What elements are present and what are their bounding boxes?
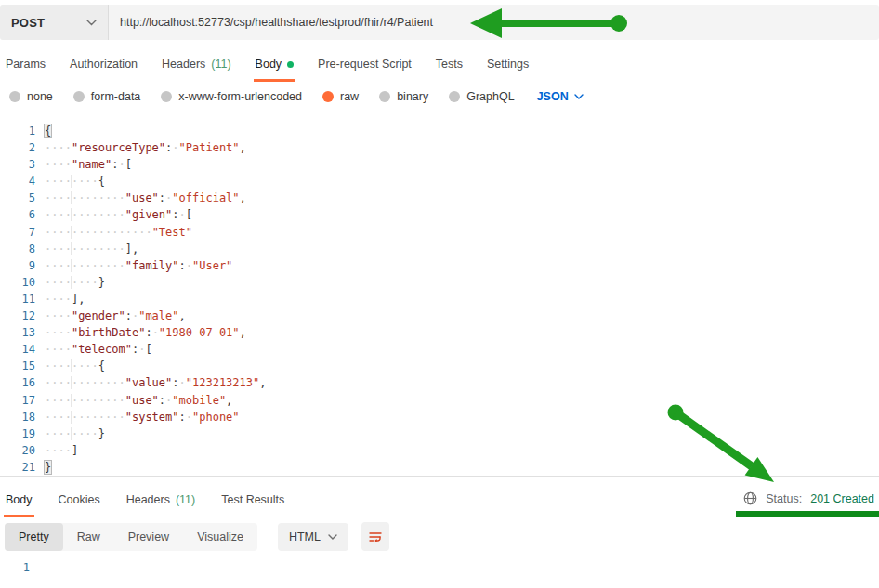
- view-pretty[interactable]: Pretty: [5, 523, 63, 551]
- line-number: 16: [0, 374, 35, 391]
- globe-icon: [743, 491, 757, 505]
- request-tab-settings[interactable]: Settings: [485, 51, 531, 82]
- code-text: ············],: [45, 241, 138, 257]
- code-text: ········{: [45, 358, 105, 374]
- format-select[interactable]: HTML: [278, 523, 348, 551]
- body-mode-label: x-www-form-urlencoded: [178, 90, 302, 103]
- line-number: 8: [0, 241, 35, 257]
- code-line: 12····"gender":·"male",: [0, 307, 879, 324]
- request-tab-pre-request-script[interactable]: Pre-request Script: [316, 51, 413, 82]
- response-tab-body[interactable]: Body: [4, 487, 34, 517]
- response-status: Status:201 Created: [743, 491, 874, 505]
- response-tab-headers[interactable]: Headers(11): [125, 487, 198, 517]
- response-body[interactable]: 1: [0, 554, 879, 574]
- url-bar: POST http://localhost:52773/csp/healthsh…: [0, 5, 879, 40]
- chevron-down-icon: [328, 534, 337, 540]
- code-text: ············"system":·"phone": [45, 409, 240, 425]
- line-number: 14: [0, 341, 35, 358]
- radio-icon: [161, 91, 172, 102]
- line-number: 7: [0, 224, 35, 241]
- line-number: 1: [0, 123, 35, 139]
- method-label: POST: [11, 16, 45, 30]
- code-text: ············"value":·"123213213",: [45, 374, 266, 391]
- method-select[interactable]: POST: [0, 5, 109, 40]
- tab-label: Settings: [487, 58, 529, 71]
- line-number: 2: [0, 139, 35, 156]
- code-line: 10········}: [0, 274, 879, 291]
- view-raw[interactable]: Raw: [63, 523, 114, 551]
- response-tab-test-results[interactable]: Test Results: [219, 487, 286, 517]
- request-tab-params[interactable]: Params: [4, 51, 47, 82]
- tab-label: Pre-request Script: [318, 58, 412, 71]
- response-tab-cookies[interactable]: Cookies: [57, 487, 102, 517]
- code-line: 16············"value":·"123213213",: [0, 374, 879, 391]
- line-number: 10: [0, 274, 35, 291]
- code-text: ············"use":·"official",: [45, 189, 246, 206]
- code-line: 14····"telecom":·[: [0, 341, 879, 358]
- code-line: 7················"Test": [0, 224, 879, 241]
- request-body-editor[interactable]: 1{2····"resourceType":·"Patient",3····"n…: [0, 119, 879, 477]
- code-line: 8············],: [0, 241, 879, 257]
- body-mode-radios: noneform-datax-www-form-urlencodedrawbin…: [9, 90, 515, 103]
- body-mode-graphql[interactable]: GraphQL: [449, 90, 514, 103]
- line-number: 3: [0, 156, 35, 173]
- request-tab-tests[interactable]: Tests: [434, 51, 465, 82]
- chevron-down-icon: [86, 20, 97, 26]
- body-mode-options: noneform-datax-www-form-urlencodedrawbin…: [9, 90, 584, 103]
- response-toolbar: PrettyRawPreviewVisualize HTML: [5, 522, 389, 551]
- code-lines: 1{2····"resourceType":·"Patient",3····"n…: [0, 123, 879, 476]
- body-mode-label: raw: [340, 90, 359, 103]
- body-mode-label: GraphQL: [466, 90, 514, 103]
- code-line: 5············"use":·"official",: [0, 189, 879, 206]
- view-preview[interactable]: Preview: [114, 523, 183, 551]
- code-line: 3····"name":·[: [0, 156, 879, 173]
- request-tab-headers[interactable]: Headers(11): [160, 51, 233, 82]
- response-line-number: 1: [0, 561, 30, 574]
- body-mode-binary[interactable]: binary: [379, 90, 428, 103]
- response-view-switcher: PrettyRawPreviewVisualize: [5, 523, 257, 551]
- response-header: BodyCookiesHeaders(11)Test Results Statu…: [4, 487, 875, 517]
- body-mode-x-www-form-urlencoded[interactable]: x-www-form-urlencoded: [161, 90, 302, 103]
- radio-icon: [449, 91, 460, 102]
- unsaved-changes-dot-icon: [287, 61, 294, 68]
- code-line: 15········{: [0, 358, 879, 374]
- code-line: 13····"birthDate":·"1980-07-01",: [0, 324, 879, 341]
- tab-label: Cookies: [59, 493, 100, 506]
- status-label: Status:: [766, 492, 802, 505]
- code-line: 9············"family":·"User": [0, 257, 879, 274]
- language-select[interactable]: JSON: [537, 90, 584, 103]
- line-number: 19: [0, 425, 35, 442]
- url-input[interactable]: http://localhost:52773/csp/healthshare/t…: [109, 5, 879, 40]
- code-text: ····"gender":·"male",: [45, 307, 186, 324]
- code-line: 19········}: [0, 425, 879, 442]
- view-visualize[interactable]: Visualize: [183, 523, 257, 551]
- code-line: 18············"system":·"phone": [0, 409, 879, 425]
- line-number: 6: [0, 206, 35, 223]
- body-mode-label: form-data: [91, 90, 141, 103]
- body-mode-raw[interactable]: raw: [322, 90, 359, 103]
- request-tabs: ParamsAuthorizationHeaders(11)BodyPre-re…: [4, 51, 531, 82]
- code-text: ····"birthDate":·"1980-07-01",: [45, 324, 246, 341]
- body-mode-form-data[interactable]: form-data: [73, 90, 141, 103]
- wrap-lines-button[interactable]: [361, 522, 389, 551]
- request-tab-body[interactable]: Body: [254, 51, 296, 82]
- radio-icon: [322, 91, 334, 102]
- url-text: http://localhost:52773/csp/healthshare/t…: [120, 16, 433, 29]
- code-text: ····"telecom":·[: [45, 341, 152, 358]
- tab-count-badge: (11): [176, 493, 195, 506]
- tab-label: Headers: [162, 58, 205, 71]
- code-text: ········{: [45, 173, 105, 189]
- code-text: ········}: [45, 274, 105, 291]
- line-number: 18: [0, 409, 35, 425]
- request-tab-authorization[interactable]: Authorization: [68, 51, 139, 82]
- body-mode-none[interactable]: none: [9, 90, 53, 103]
- line-number: 12: [0, 307, 35, 324]
- line-number: 5: [0, 189, 35, 206]
- code-line: 2····"resourceType":·"Patient",: [0, 139, 879, 156]
- tab-label: Test Results: [221, 493, 284, 506]
- code-line: 1{: [0, 123, 879, 139]
- code-text: ····]: [45, 442, 78, 459]
- code-text: ············"family":·"User": [45, 257, 232, 274]
- body-mode-label: binary: [397, 90, 428, 103]
- line-number: 20: [0, 442, 35, 459]
